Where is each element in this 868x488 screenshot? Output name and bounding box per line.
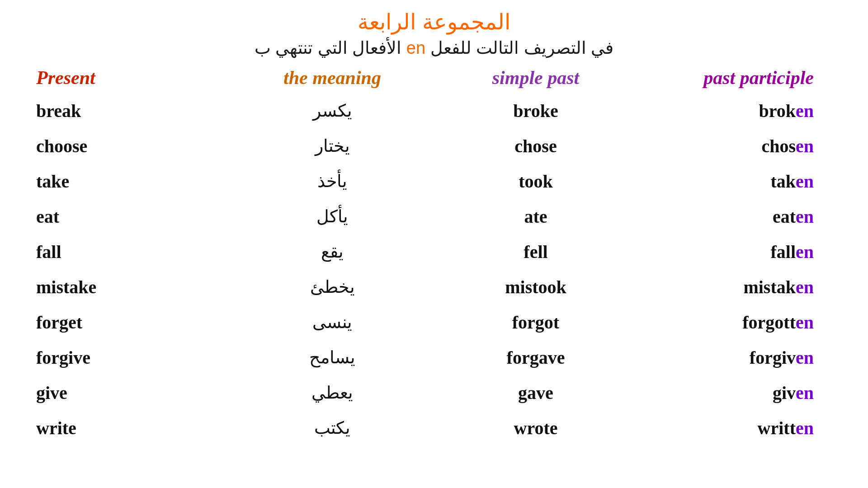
cell-participle-2: taken	[637, 171, 841, 192]
participle-base-1: chos	[761, 136, 796, 157]
cell-simple-8: gave	[434, 382, 637, 404]
cell-present-4: fall	[27, 241, 231, 263]
cell-present-5: mistake	[27, 277, 231, 298]
verb-row: fall يقع fell fallen	[27, 234, 841, 269]
table-header: Present the meaning simple past past par…	[18, 67, 850, 89]
header-present-label: Present	[36, 67, 95, 88]
cell-present-1: choose	[27, 136, 231, 157]
cell-simple-2: took	[434, 171, 637, 192]
cell-participle-7: forgiven	[637, 347, 841, 368]
arabic-title: المجموعة الرابعة	[18, 9, 850, 34]
arabic-subtitle-post: في التصريف التالت للفعل	[430, 38, 614, 57]
participle-suffix-3: en	[796, 206, 814, 227]
participle-suffix-9: en	[796, 418, 814, 439]
verb-table: break يكسر broke broken choose يختار cho…	[18, 93, 850, 446]
verb-row: give يعطي gave given	[27, 375, 841, 410]
cell-meaning-3: يأكل	[231, 206, 434, 226]
participle-suffix-0: en	[796, 100, 814, 122]
verb-row: forgive يسامح forgave forgiven	[27, 340, 841, 375]
cell-meaning-7: يسامح	[231, 347, 434, 367]
cell-present-2: take	[27, 171, 231, 192]
header-simple: simple past	[434, 67, 637, 89]
cell-meaning-5: يخطئ	[231, 277, 434, 297]
cell-present-9: write	[27, 418, 231, 439]
cell-participle-8: given	[637, 382, 841, 404]
participle-suffix-4: en	[796, 241, 814, 263]
arabic-subtitle-en: en	[406, 38, 425, 57]
participle-base-0: brok	[759, 100, 796, 122]
participle-base-8: giv	[773, 382, 796, 404]
participle-suffix-2: en	[796, 171, 814, 192]
page-container: المجموعة الرابعة في التصريف التالت للفعل…	[0, 0, 868, 488]
cell-present-3: eat	[27, 206, 231, 227]
participle-base-3: eat	[773, 206, 796, 227]
participle-base-5: mistak	[743, 277, 796, 298]
header-meaning: the meaning	[231, 67, 434, 89]
verb-row: eat يأكل ate eaten	[27, 199, 841, 234]
cell-simple-4: fell	[434, 241, 637, 263]
verb-row: choose يختار chose chosen	[27, 128, 841, 164]
participle-suffix-1: en	[796, 136, 814, 157]
cell-present-6: forget	[27, 312, 231, 333]
arabic-subtitle-pre: الأفعال التي تنتهي ب	[255, 38, 402, 57]
cell-present-0: break	[27, 100, 231, 122]
cell-simple-0: broke	[434, 100, 637, 122]
cell-simple-6: forgot	[434, 312, 637, 333]
cell-simple-1: chose	[434, 136, 637, 157]
cell-participle-5: mistaken	[637, 277, 841, 298]
cell-simple-3: ate	[434, 206, 637, 227]
cell-participle-0: broken	[637, 100, 841, 122]
header-simple-label: simple past	[492, 67, 580, 88]
cell-participle-3: eaten	[637, 206, 841, 227]
cell-participle-6: forgotten	[637, 312, 841, 333]
arabic-subtitle: في التصريف التالت للفعل en الأفعال التي …	[18, 38, 850, 58]
cell-meaning-6: ينسى	[231, 312, 434, 332]
participle-base-7: forgiv	[750, 347, 796, 368]
participle-suffix-5: en	[796, 277, 814, 298]
cell-meaning-1: يختار	[231, 136, 434, 156]
participle-base-6: forgott	[742, 312, 796, 333]
participle-base-4: fall	[770, 241, 796, 263]
cell-simple-5: mistook	[434, 277, 637, 298]
header-participle-label: past participle	[703, 67, 814, 88]
verb-row: write يكتب wrote written	[27, 410, 841, 446]
cell-present-7: forgive	[27, 347, 231, 368]
cell-participle-4: fallen	[637, 241, 841, 263]
cell-meaning-8: يعطي	[231, 383, 434, 403]
cell-meaning-4: يقع	[231, 242, 434, 262]
participle-base-9: writt	[758, 418, 796, 439]
header-meaning-label: the meaning	[283, 67, 381, 88]
cell-participle-9: written	[637, 418, 841, 439]
header-present: Present	[27, 67, 231, 89]
verb-row: mistake يخطئ mistook mistaken	[27, 269, 841, 305]
participle-base-2: tak	[770, 171, 796, 192]
arabic-header: المجموعة الرابعة في التصريف التالت للفعل…	[18, 9, 850, 58]
cell-meaning-9: يكتب	[231, 418, 434, 438]
cell-meaning-0: يكسر	[231, 101, 434, 121]
participle-suffix-6: en	[796, 312, 814, 333]
verb-row: take يأخذ took taken	[27, 164, 841, 199]
cell-present-8: give	[27, 382, 231, 404]
participle-suffix-8: en	[796, 382, 814, 404]
participle-suffix-7: en	[796, 347, 814, 368]
cell-simple-9: wrote	[434, 418, 637, 439]
cell-participle-1: chosen	[637, 136, 841, 157]
cell-meaning-2: يأخذ	[231, 171, 434, 191]
verb-row: break يكسر broke broken	[27, 93, 841, 128]
cell-simple-7: forgave	[434, 347, 637, 368]
header-participle: past participle	[637, 67, 841, 89]
verb-row: forget ينسى forgot forgotten	[27, 305, 841, 340]
